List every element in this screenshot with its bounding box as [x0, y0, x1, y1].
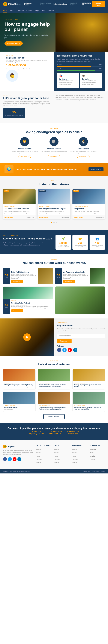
- event-location-1: London Wall 1, Building 4, London Street: [11, 274, 36, 275]
- event-cat-1: HISTORY: [11, 269, 36, 271]
- footer-link[interactable]: Youtube: [90, 455, 95, 457]
- donor-right: With 395 years of experience, we are the…: [55, 94, 105, 101]
- newsletter-input[interactable]: [57, 334, 105, 338]
- eco-tag: KEY TO ECO-FRIENDLY: [3, 235, 53, 236]
- footer-link[interactable]: Twitter: [90, 452, 94, 454]
- blog-desc-1: Lorem ipsum dolor sit amet, consectetur …: [4, 386, 34, 388]
- footer-link[interactable]: Payment: [54, 462, 59, 464]
- footer-link[interactable]: Register: [72, 452, 77, 454]
- cookies-link[interactable]: Cookies: [101, 470, 105, 472]
- event-cta-3[interactable]: See our event →: [11, 310, 23, 312]
- youtube-icon[interactable]: ▶: [68, 348, 72, 352]
- footer-social-icons: f t ▶ in: [3, 457, 33, 461]
- event-date-1: 30 JAN: [3, 268, 10, 284]
- donate-header-button[interactable]: Donate now: [92, 1, 105, 7]
- action-link-3[interactable]: Take action →: [77, 155, 90, 158]
- list-item: LinkedIn: [90, 458, 105, 460]
- stat-card-1: 🌱 150M+ Priority of our volunteers colle…: [55, 235, 71, 250]
- mission-description: Lorem ipsum dolor sit amet, consectetur …: [59, 80, 77, 85]
- nav-donation[interactable]: Donation: [17, 8, 24, 13]
- footer-linkedin-icon[interactable]: in: [17, 457, 21, 461]
- footer-link[interactable]: Facebook: [90, 449, 96, 450]
- play-button[interactable]: [23, 334, 31, 341]
- footer-link[interactable]: Donations: [54, 459, 60, 460]
- species-desc-3: With 395 years of experience, we are the…: [70, 150, 97, 154]
- nav-about[interactable]: About: [10, 8, 14, 13]
- nav-blog[interactable]: Blog: [42, 8, 46, 13]
- footer-youtube-icon[interactable]: ▶: [13, 457, 16, 461]
- saving-tag: OUR WORK: [3, 128, 105, 129]
- footer-link[interactable]: About us: [36, 449, 41, 450]
- dot-3[interactable]: [56, 222, 57, 223]
- stat-num-3: 480: [92, 242, 103, 244]
- nav-contact[interactable]: Contact: [48, 8, 54, 13]
- dot-1[interactable]: [51, 222, 52, 223]
- blog-image-4: [3, 392, 35, 404]
- hero-cta-button[interactable]: Get More Info →: [4, 41, 23, 46]
- footer-link[interactable]: Register: [54, 452, 59, 454]
- blog-more-button[interactable]: Check out our Blog →: [43, 414, 65, 419]
- story-goal-3: $34,800 Goal: [96, 216, 104, 218]
- footer-link[interactable]: Donations: [72, 459, 78, 460]
- footer-link[interactable]: FAQ's: [72, 455, 76, 457]
- eco-section: KEY TO ECO-FRIENDLY Key to a more eco-fr…: [0, 230, 108, 254]
- footer-get-to-know-title: Get to know us: [36, 445, 51, 446]
- newsletter-submit-button[interactable]: Subscribe →: [57, 339, 72, 343]
- cta-info-row: EMAIL US help24@gmail.com OUR ADDRESS Me…: [4, 430, 104, 434]
- info-section: HELPLINE Helpline is open 24/7 Our team …: [0, 52, 108, 92]
- email-label: May we help you to find: [40, 2, 53, 6]
- event-location-2: London Wall 1, Building 4, London Street: [63, 274, 88, 275]
- footer-follow-us-col: Follow us Facebook Twitter Youtube Linke…: [90, 445, 105, 464]
- facebook-icon[interactable]: f: [57, 348, 61, 352]
- footer-link[interactable]: LinkedIn: [90, 459, 95, 460]
- vision-title: Our Vision: [82, 78, 101, 80]
- footer-twitter-icon[interactable]: t: [8, 457, 12, 461]
- terms-link[interactable]: Terms of use: [92, 470, 99, 472]
- action-link-2[interactable]: Take action →: [48, 155, 60, 158]
- footer-link[interactable]: Register: [36, 452, 41, 454]
- footer-brand-col: 🌿 Impact As the city's largest and longe…: [3, 445, 33, 464]
- logo-area: 🌿 Impact: [3, 2, 16, 6]
- twitter-icon[interactable]: t: [62, 348, 67, 352]
- footer-link[interactable]: About us: [72, 449, 77, 450]
- footer-link[interactable]: FAQ's: [54, 455, 57, 457]
- event-card3-inner: 20 MAY NATURE Unveiling Nature's Best Lo…: [3, 299, 53, 314]
- privacy-policy-link[interactable]: Privacy Policy: [83, 470, 90, 472]
- footer-link[interactable]: FAQ's: [36, 455, 40, 457]
- blog-title-6: Outdoor behavioral healthcare services t…: [74, 406, 104, 410]
- footer-link[interactable]: Payment: [36, 462, 41, 464]
- stat-icon-1: 🌱: [57, 237, 69, 240]
- footer-link[interactable]: Payment: [72, 462, 77, 464]
- footer-link[interactable]: Donations: [36, 459, 42, 460]
- action-link-1[interactable]: Take action →: [18, 155, 31, 158]
- linkedin-icon[interactable]: in: [73, 348, 77, 352]
- nav-causes[interactable]: Causes: [26, 8, 32, 13]
- blog-image-6: [73, 392, 105, 404]
- story-meta-1: NATURE • DONATE: [4, 206, 34, 207]
- blog-more: Check out our Blog →: [3, 414, 105, 419]
- footer-need-help-list: About us Register FAQ's Donations Paymen…: [72, 448, 87, 464]
- eco-description: As the city's largest and longest-runnin…: [3, 242, 53, 246]
- story-goal-2: $26,500 Goal: [62, 216, 69, 218]
- newsletter-form: Subscribe →: [57, 334, 105, 343]
- banner-cta-button[interactable]: Donate today →: [89, 167, 104, 171]
- cta-banner-section: Our team of qualified plumbers is ready …: [0, 424, 108, 440]
- species-desc-2: With 395 years of experience, we are the…: [41, 150, 67, 154]
- footer-bottom-links: Privacy Policy Terms of use Cookies: [83, 470, 105, 472]
- nav-pages[interactable]: Pages: [35, 8, 39, 13]
- footer-link[interactable]: About us: [54, 449, 59, 450]
- blog-body-4: JULY 2021 • WILLIAMS International UK pl…: [3, 404, 35, 411]
- event-cta-1[interactable]: See our event →: [11, 280, 23, 283]
- cta-email-label: EMAIL US: [29, 430, 44, 432]
- dot-2[interactable]: [54, 222, 54, 223]
- footer-facebook-icon[interactable]: f: [3, 457, 7, 461]
- stat-num-2: 395: [75, 242, 86, 244]
- story-image-1: TREND: [3, 189, 36, 204]
- event-cta-2[interactable]: See our event →: [63, 280, 75, 283]
- nav-home[interactable]: Home: [3, 8, 7, 13]
- hero-content: All-in-one Giving How to engage help our…: [4, 19, 53, 46]
- helpline-tag: HELPLINE: [6, 55, 51, 56]
- newsletter-title: Stay connected: [57, 324, 105, 327]
- list-item: Donations: [36, 458, 51, 460]
- blog-title-5: I'm thankful for today: Philadelphia she…: [39, 406, 69, 410]
